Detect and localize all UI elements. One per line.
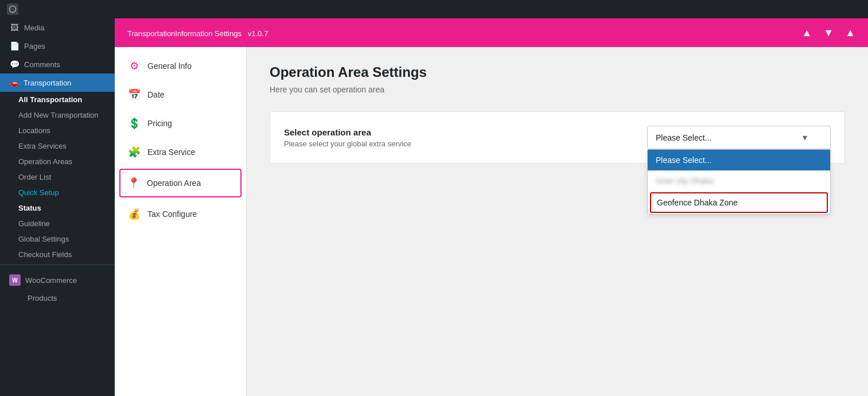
settings-nav-tax-configure[interactable]: 💰 Tax Configure xyxy=(115,200,246,228)
card-label: Select operation area xyxy=(284,127,411,137)
card-row: Select operation area Please select your… xyxy=(284,126,831,149)
top-bar xyxy=(0,0,868,18)
pages-icon: 📄 xyxy=(9,41,20,51)
sidebar-sub-guideline[interactable]: Guideline xyxy=(0,216,115,231)
sidebar-sub-order-list[interactable]: Order List xyxy=(0,169,115,185)
card-label-group: Select operation area Please select your… xyxy=(284,127,411,148)
sidebar-sub-locations[interactable]: Locations xyxy=(0,123,115,138)
sidebar-comments-label: Comments xyxy=(24,60,60,69)
transportation-icon: 🚗 xyxy=(9,78,19,87)
operation-area-card: Select operation area Please select your… xyxy=(270,111,845,164)
svg-point-0 xyxy=(9,6,15,12)
header-down-button[interactable]: ▼ xyxy=(820,25,837,41)
woocommerce-icon: W xyxy=(9,274,21,286)
settings-nav-extra-service[interactable]: 🧩 Extra Service xyxy=(115,138,246,166)
extra-service-icon: 🧩 xyxy=(128,146,141,158)
settings-sidebar: ⚙ General Info 📅 Date 💲 Pricing 🧩 Extra … xyxy=(115,47,247,396)
sidebar-sub-extra-services[interactable]: Extra Services xyxy=(0,138,115,154)
dropdown-option-geofence-dhaka[interactable]: Geofence Dhaka Zone xyxy=(650,192,828,213)
woocommerce-label: WooCommerce xyxy=(25,276,77,285)
dropdown-option-inner-dhaka[interactable]: Inner city Dhaka xyxy=(648,170,830,191)
sidebar: 🖼 Media 📄 Pages 💬 Comments 🚗 Transportat… xyxy=(0,18,115,396)
plugin-header: TransportationInformation Settings v1.0.… xyxy=(115,18,868,47)
sidebar-media-label: Media xyxy=(24,24,44,32)
sidebar-item-transportation[interactable]: 🚗 Transportation xyxy=(0,73,115,92)
settings-nav-operation-area[interactable]: 📍 Operation Area xyxy=(119,169,242,197)
main-layout: 🖼 Media 📄 Pages 💬 Comments 🚗 Transportat… xyxy=(0,18,868,396)
header-up-button[interactable]: ▲ xyxy=(799,25,816,41)
sidebar-sub-status[interactable]: Status xyxy=(0,200,115,216)
plugin-header-actions: ▲ ▼ ▲ xyxy=(799,25,859,41)
sidebar-sub-operation-areas[interactable]: Operation Areas xyxy=(0,154,115,169)
plugin-title: TransportationInformation Settings v1.0.… xyxy=(124,27,268,39)
page-title: Operation Area Settings xyxy=(270,64,845,80)
sidebar-item-pages[interactable]: 📄 Pages xyxy=(0,37,115,55)
sidebar-sub-global-settings[interactable]: Global Settings xyxy=(0,231,115,247)
operation-area-icon: 📍 xyxy=(127,177,140,189)
pricing-icon: 💲 xyxy=(128,117,141,130)
sidebar-item-woocommerce[interactable]: W WooCommerce xyxy=(9,270,106,290)
settings-nav-general-info[interactable]: ⚙ General Info xyxy=(115,52,246,80)
settings-content: Operation Area Settings Here you can set… xyxy=(247,47,868,396)
general-info-icon: ⚙ xyxy=(128,60,141,72)
sidebar-sub-checkout-fields[interactable]: Checkout Fields xyxy=(0,247,115,262)
inner-layout: ⚙ General Info 📅 Date 💲 Pricing 🧩 Extra … xyxy=(115,47,868,396)
sidebar-sub-quick-setup[interactable]: Quick Setup xyxy=(0,185,115,200)
dropdown-options-list: Please Select... Inner city Dhaka Geofen… xyxy=(647,149,831,215)
sidebar-sub-all-transportation[interactable]: All Transportation xyxy=(0,92,115,107)
wp-logo xyxy=(7,3,18,15)
dropdown-option-please-select[interactable]: Please Select... xyxy=(648,150,830,170)
operation-area-dropdown[interactable]: Please Select... ▾ xyxy=(647,126,831,149)
page-subtitle: Here you can set operation area xyxy=(270,85,845,94)
sidebar-item-media[interactable]: 🖼 Media xyxy=(0,18,115,37)
date-icon: 📅 xyxy=(128,88,141,101)
settings-nav-pricing[interactable]: 💲 Pricing xyxy=(115,109,246,138)
dropdown-selected-text: Please Select... xyxy=(656,133,711,142)
sidebar-pages-label: Pages xyxy=(24,42,45,51)
content-area: TransportationInformation Settings v1.0.… xyxy=(115,18,868,396)
sidebar-sub-products[interactable]: Products xyxy=(9,290,106,306)
woocommerce-section: W WooCommerce Products xyxy=(0,265,115,310)
header-close-button[interactable]: ▲ xyxy=(842,25,859,41)
sidebar-transportation-label: Transportation xyxy=(24,79,71,87)
sidebar-item-comments[interactable]: 💬 Comments xyxy=(0,55,115,73)
operation-area-dropdown-wrapper: Please Select... ▾ Please Select... Inne… xyxy=(647,126,831,149)
sidebar-sub-add-new[interactable]: Add New Transportation xyxy=(0,107,115,123)
settings-nav-date[interactable]: 📅 Date xyxy=(115,80,246,109)
comments-icon: 💬 xyxy=(9,60,20,69)
tax-configure-icon: 💰 xyxy=(128,208,141,220)
card-sublabel: Please select your global extra service xyxy=(284,139,411,148)
chevron-down-icon: ▾ xyxy=(803,132,807,143)
media-icon: 🖼 xyxy=(9,23,20,32)
